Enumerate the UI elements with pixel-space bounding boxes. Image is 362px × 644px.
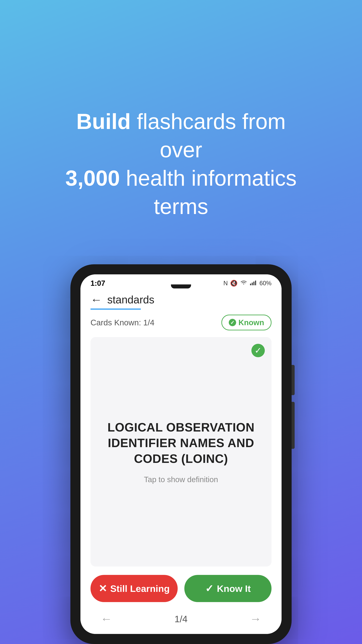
phone-body: 1:07 N 🔇 [70, 264, 292, 644]
hero-text-line1-rest: flashcards from over [137, 109, 286, 162]
hero-section: Build flashcards from over 3,000 health … [22, 54, 340, 221]
action-buttons: ✕ Still Learning ✓ Know It [80, 570, 282, 607]
still-learning-button[interactable]: ✕ Still Learning [90, 575, 178, 602]
next-card-button[interactable]: → [250, 612, 261, 626]
know-it-button[interactable]: ✓ Know It [184, 575, 272, 602]
phone-notch [171, 284, 191, 288]
svg-rect-3 [255, 280, 256, 285]
svg-rect-0 [250, 284, 251, 285]
nfc-icon: N [223, 280, 228, 287]
back-button[interactable]: ← [90, 294, 102, 306]
status-icons-group: N 🔇 [223, 280, 272, 287]
hero-bold-build: Build [76, 109, 131, 134]
hero-text-line2-rest: health informatics terms [126, 166, 297, 219]
check-icon: ✓ [205, 582, 214, 594]
phone-mockup: 1:07 N 🔇 [70, 264, 292, 644]
hero-text: Build flashcards from over 3,000 health … [42, 107, 320, 221]
page-indicator: 1/4 [174, 614, 188, 624]
power-button [292, 365, 295, 395]
flashcard-area: ✓ LOGICAL OBSERVATION IDENTIFIER NAMES A… [80, 334, 282, 570]
mute-icon: 🔇 [230, 280, 238, 287]
wifi-icon [240, 280, 247, 287]
cards-bar: Cards Known: 1/4 ✓ Known [80, 310, 282, 334]
page-title: standards [107, 294, 154, 306]
known-badge-label: Known [239, 318, 264, 327]
card-known-icon: ✓ [251, 344, 265, 357]
nav-bar: ← standards [80, 290, 282, 306]
card-hint: Tap to show definition [144, 475, 218, 484]
cards-known-count: Cards Known: 1/4 [90, 318, 155, 327]
svg-rect-1 [252, 282, 253, 285]
known-badge[interactable]: ✓ Known [221, 314, 272, 330]
hero-bold-3000: 3,000 [65, 166, 120, 190]
battery-text: 60% [259, 280, 272, 287]
know-it-label: Know It [217, 583, 251, 594]
still-learning-label: Still Learning [110, 583, 170, 594]
svg-rect-2 [253, 282, 254, 285]
prev-card-button[interactable]: ← [100, 612, 112, 626]
volume-button [292, 402, 295, 449]
known-check-icon: ✓ [229, 319, 236, 326]
flashcard[interactable]: ✓ LOGICAL OBSERVATION IDENTIFIER NAMES A… [90, 337, 272, 566]
signal-icon [250, 280, 257, 287]
phone-screen: 1:07 N 🔇 [80, 274, 282, 634]
card-term: LOGICAL OBSERVATION IDENTIFIER NAMES AND… [104, 420, 258, 467]
status-time: 1:07 [90, 279, 105, 288]
x-icon: ✕ [98, 582, 107, 594]
bottom-nav: ← 1/4 → [80, 607, 282, 634]
